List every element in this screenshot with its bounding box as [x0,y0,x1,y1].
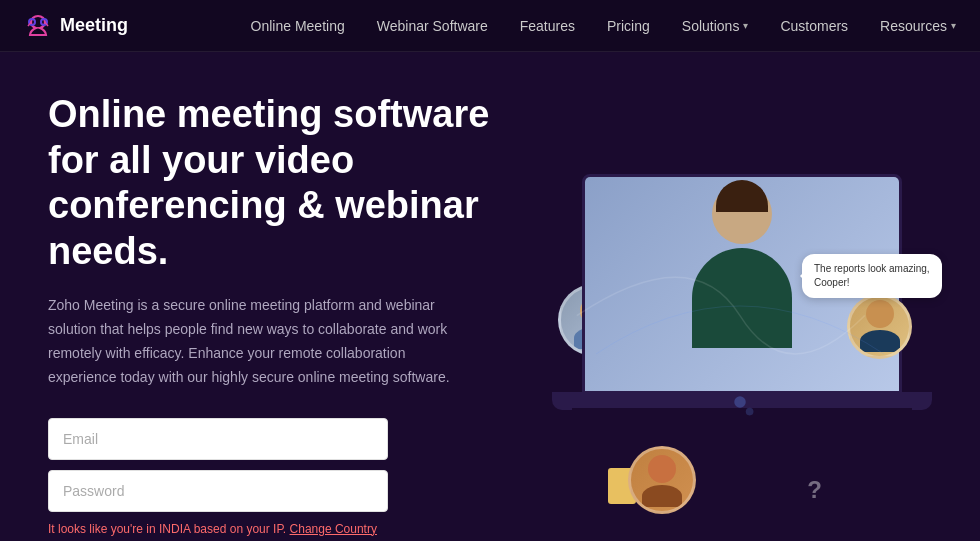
logo-icon [24,12,52,40]
avatar-body-3 [642,485,682,507]
main-content: Online meeting software for all your vid… [0,52,980,541]
person-body [692,248,792,348]
change-country-link[interactable]: Change Country [290,522,377,536]
nav-item-solutions[interactable]: Solutions ▾ [682,18,749,34]
nav-item-webinar-software[interactable]: Webinar Software [377,18,488,34]
hero-illustration: The reports look amazing, Cooper! ? [548,154,932,541]
laptop-base-bottom [572,408,912,416]
avatar-3 [631,449,693,511]
nav-item-features[interactable]: Features [520,18,575,34]
location-notice: It looks like you're in INDIA based on y… [48,522,388,536]
avatar-head-2 [866,300,894,328]
left-content: Online meeting software for all your vid… [48,92,528,541]
avatar-head-3 [648,455,676,483]
video-tile-3 [628,446,696,514]
solutions-dropdown-arrow: ▾ [743,20,748,31]
avatar-2 [850,297,909,356]
signup-form: It looks like you're in INDIA based on y… [48,418,388,541]
main-person [672,184,812,384]
email-input[interactable] [48,418,388,460]
password-input[interactable] [48,470,388,512]
speech-bubble: The reports look amazing, Cooper! [802,254,942,298]
video-tile-2 [847,294,912,359]
nav-links: Online Meeting Webinar Software Features… [251,18,956,34]
nav-item-pricing[interactable]: Pricing [607,18,650,34]
navbar: Meeting Online Meeting Webinar Software … [0,0,980,52]
hero-description: Zoho Meeting is a secure online meeting … [48,294,468,389]
nav-item-online-meeting[interactable]: Online Meeting [251,18,345,34]
nav-item-resources[interactable]: Resources ▾ [880,18,956,34]
nav-item-customers[interactable]: Customers [780,18,848,34]
avatar-body-2 [860,330,900,352]
logo-text: Meeting [60,15,128,36]
person-head [712,184,772,244]
resources-dropdown-arrow: ▾ [951,20,956,31]
hero-title: Online meeting software for all your vid… [48,92,528,274]
question-mark-decoration: ? [807,476,822,504]
logo[interactable]: Meeting [24,12,128,40]
person-hair [716,180,768,212]
